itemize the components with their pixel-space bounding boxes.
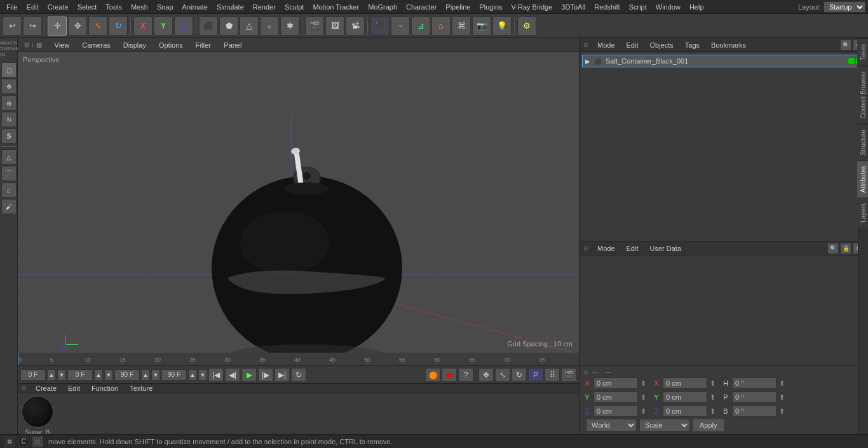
attr-search-btn[interactable]: 🔍 [827,243,839,254]
sidebar-deform-btn[interactable]: ⌂ [1,182,17,198]
sidebar-select-btn[interactable]: ▢ [1,62,17,78]
menu-3dtoall[interactable]: 3DToAll [557,2,589,12]
menu-file[interactable]: File [3,2,22,12]
point-mode-button[interactable]: ⬦ [260,17,279,36]
max-up-btn[interactable]: ▲ [188,369,197,381]
prev-frame-button[interactable]: ◀| [225,368,240,382]
render-view-button[interactable]: 🎬 [305,17,324,36]
material-thumbnail[interactable] [22,396,53,428]
menu-pipeline[interactable]: Pipeline [442,2,474,12]
end-frame-input[interactable] [114,369,140,381]
obj-mgr-edit-btn[interactable]: Edit [624,41,641,50]
object-item-salt[interactable]: ▶ ⬛ Salt_Container_Black_001 [582,55,865,67]
sidebar-poly-btn[interactable]: △ [1,149,17,165]
tab-layers[interactable]: Layers [857,198,868,227]
world-dropdown[interactable]: World [586,419,637,431]
sidebar-paint-btn[interactable]: 🖌 [1,199,17,214]
menu-motion-tracker[interactable]: Motion Tracker [309,2,363,12]
vp-menu-display[interactable]: Display [121,40,149,50]
menu-redshift[interactable]: Redshift [590,2,623,12]
menu-create[interactable]: Create [44,2,72,12]
status-icon-3[interactable]: □ [32,436,43,447]
x-axis-button[interactable]: X [133,17,153,36]
vp-menu-options[interactable]: Options [156,40,186,50]
vp-menu-cameras[interactable]: Cameras [79,40,113,50]
obj-mgr-bookmarks-btn[interactable]: Bookmarks [709,41,749,50]
object-mode-button[interactable]: ⬛ [199,17,218,36]
layout-dropdown[interactable]: Startup [824,1,865,13]
deformer-button[interactable]: ⌂ [431,17,451,36]
material-function-btn[interactable]: Function [89,384,121,393]
camera-button[interactable]: 📷 [472,17,491,36]
y-axis-button[interactable]: Y [154,17,173,36]
menu-vray[interactable]: V-Ray Bridge [508,2,557,12]
menu-select[interactable]: Select [74,2,101,12]
frame-down-btn[interactable]: ▼ [57,369,66,381]
menu-sculpt[interactable]: Sculpt [281,2,308,12]
coord-z-size-input[interactable] [663,405,707,417]
start-frame-input[interactable] [67,369,93,381]
undo-button[interactable] [3,17,22,36]
vp-menu-view[interactable]: View [52,40,72,50]
help-button[interactable]: ? [458,368,473,382]
light-button[interactable]: 💡 [492,17,512,36]
spline-button[interactable]: ~ [391,17,410,36]
next-frame-button[interactable]: |▶ [258,368,273,382]
material-create-btn[interactable]: Create [33,384,59,393]
attr-mode-btn[interactable]: Mode [595,244,618,253]
go-end-button[interactable]: ▶| [275,368,290,382]
attr-edit-btn[interactable]: Edit [624,244,641,253]
auto-key-button[interactable]: ⏺ [442,368,457,382]
menu-mesh[interactable]: Mesh [127,2,152,12]
sidebar-s-btn[interactable]: S [1,128,17,144]
tab-content-browser[interactable]: Content Browser [857,65,868,123]
move-tool-button[interactable]: ✥ [68,17,87,36]
timeline-ruler[interactable]: 0 5 10 15 20 25 30 35 40 [18,353,579,365]
scale-key-button[interactable]: ⤡ [495,368,510,382]
menu-render[interactable]: Render [249,2,280,12]
material-edit-btn[interactable]: Edit [65,384,83,393]
poly-mode-button[interactable]: ⬟ [219,17,238,36]
menu-character[interactable]: Character [402,2,440,12]
rotate-key-button[interactable]: ↻ [512,368,527,382]
vp-menu-panel[interactable]: Panel [221,40,244,50]
coord-b-input[interactable] [732,405,776,417]
nurbs-button[interactable]: ⊿ [411,17,430,36]
menu-tools[interactable]: Tools [102,2,126,12]
attr-userdata-btn[interactable]: User Data [648,244,684,253]
current-frame-input[interactable] [20,369,46,381]
go-start-button[interactable]: |◀ [208,368,224,382]
frame-up-btn[interactable]: ▲ [47,369,56,381]
material-texture-btn[interactable]: Texture [127,384,155,393]
coord-p-input[interactable] [732,391,776,403]
status-icon-1[interactable]: ⚙ [4,436,15,447]
loop-button[interactable]: ↻ [291,368,306,382]
play-button[interactable]: ▶ [241,368,257,382]
obj-mgr-search-btn[interactable]: 🔍 [840,39,851,51]
menu-edit[interactable]: Edit [23,2,43,12]
tab-takes[interactable]: Takes [857,38,868,65]
start-down-btn[interactable]: ▼ [104,369,113,381]
max-frame-input[interactable] [161,369,187,381]
status-icon-2[interactable]: C [18,436,29,447]
vp-menu-filter[interactable]: Filter [193,40,214,50]
menu-script[interactable]: Script [625,2,651,12]
menu-plugins[interactable]: Plugins [475,2,506,12]
obj-mgr-tags-btn[interactable]: Tags [682,41,702,50]
scale-tool-button[interactable]: ⤡ [88,17,107,36]
picture-viewer-button[interactable]: 🖼 [325,17,344,36]
sidebar-spline-btn[interactable]: ⌒ [1,166,17,181]
film-key-button[interactable]: 🎬 [561,368,576,382]
sidebar-scale-btn[interactable]: ⊕ [1,95,17,111]
redo-button[interactable] [23,17,42,36]
sidebar-rotate-btn[interactable]: ↻ [1,112,17,127]
start-up-btn[interactable]: ▲ [94,369,103,381]
z-axis-button[interactable]: Z [174,17,193,36]
menu-snap[interactable]: Snap [153,2,177,12]
menu-animate[interactable]: Animate [179,2,212,12]
sidebar-move-btn[interactable]: ✥ [1,79,17,94]
coord-x-pos-input[interactable] [593,377,638,389]
end-up-btn[interactable]: ▲ [141,369,150,381]
edge-mode-button[interactable]: △ [240,17,259,36]
apply-button[interactable]: Apply [693,419,724,431]
